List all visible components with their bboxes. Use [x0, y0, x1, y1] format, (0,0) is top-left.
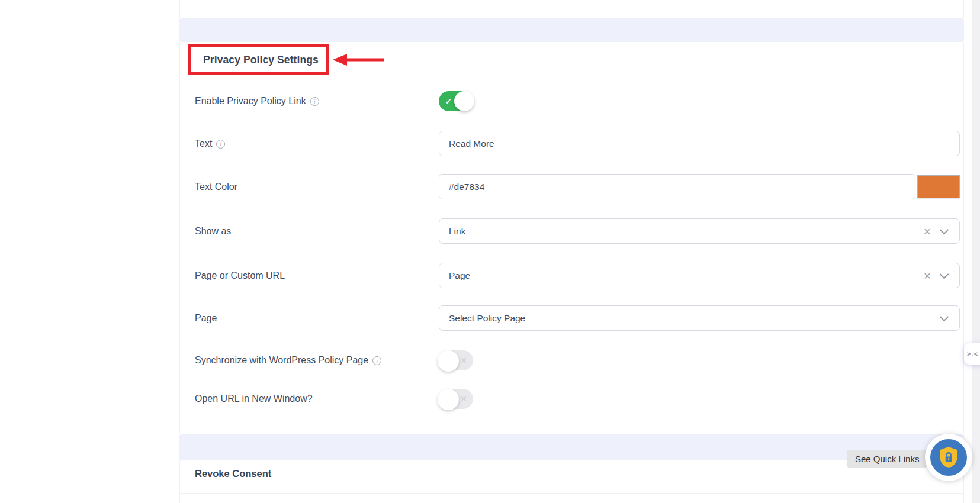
- section-gap: [179, 19, 964, 41]
- cross-icon: ✕: [460, 356, 467, 365]
- clear-icon[interactable]: ×: [924, 269, 931, 281]
- selected-value: Select Policy Page: [449, 313, 525, 324]
- settings-content: Privacy Policy Settings Enable Privacy P…: [179, 0, 964, 503]
- field-label: Show as: [195, 226, 231, 237]
- toggle-knob[interactable]: [438, 350, 459, 372]
- color-swatch[interactable]: [917, 175, 960, 198]
- chevron-down-icon[interactable]: [940, 225, 949, 234]
- field-label-group: Page: [195, 313, 439, 324]
- privacy-link-text-input[interactable]: Read More: [439, 131, 960, 156]
- field-label-group: Show as: [195, 226, 439, 237]
- toggle-knob[interactable]: [454, 91, 474, 111]
- chevron-down-icon[interactable]: [940, 269, 949, 279]
- field-label-group: Texti: [195, 138, 439, 149]
- quick-links-shield-button[interactable]: [925, 434, 972, 481]
- settings-row-open-url-new-window: Open URL in New Window?✕: [195, 386, 960, 411]
- divider: [180, 493, 963, 494]
- selected-value: Link: [449, 226, 465, 237]
- extension-face-icon: >.<: [967, 350, 978, 357]
- annotation-highlight-box: Privacy Policy Settings: [188, 44, 329, 75]
- field-label: Enable Privacy Policy Link: [195, 96, 306, 107]
- info-icon[interactable]: i: [310, 97, 319, 106]
- toggle-knob[interactable]: [438, 389, 459, 410]
- cross-icon: ✕: [460, 395, 467, 403]
- scrollbar[interactable]: [972, 0, 980, 503]
- browser-extension-handle[interactable]: >.<: [964, 343, 980, 365]
- settings-row-privacy-link-text: TextiRead More: [195, 131, 960, 156]
- page-or-custom-url-select[interactable]: Page×: [439, 263, 960, 288]
- settings-row-show-as: Show asLink×: [195, 218, 960, 244]
- privacy-policy-settings-card: Privacy Policy Settings Enable Privacy P…: [179, 41, 964, 435]
- field-control: #de7834: [439, 174, 960, 199]
- section-title: Privacy Policy Settings: [203, 54, 319, 66]
- sync-wordpress-policy-page-toggle[interactable]: ✕: [439, 350, 473, 370]
- field-label-group: Open URL in New Window?: [195, 394, 439, 404]
- field-label: Synchronize with WordPress Policy Page: [195, 355, 368, 366]
- field-label-group: Enable Privacy Policy Linki: [195, 96, 439, 107]
- settings-row-sync-wordpress-policy-page: Synchronize with WordPress Policy Pagei✕: [195, 347, 960, 373]
- field-label: Page or Custom URL: [195, 270, 285, 281]
- annotation-arrow-icon: [330, 52, 385, 67]
- field-control: Select Policy Page: [439, 305, 960, 331]
- field-control: Link×: [439, 218, 960, 244]
- field-control: ✕: [439, 347, 960, 373]
- divider: [180, 78, 963, 78]
- field-label-group: Page or Custom URL: [195, 270, 439, 281]
- settings-row-privacy-link-text-color: Text Color#de7834: [195, 174, 960, 199]
- field-label: Open URL in New Window?: [195, 394, 313, 404]
- selected-value: Page: [449, 270, 470, 281]
- field-control: ✕: [439, 386, 960, 411]
- info-icon[interactable]: i: [372, 356, 381, 365]
- enable-privacy-policy-link-toggle[interactable]: ✓: [439, 91, 473, 111]
- field-control: Read More: [439, 131, 960, 156]
- see-quick-links-button[interactable]: See Quick Links: [847, 450, 927, 468]
- policy-page-select[interactable]: Select Policy Page: [439, 305, 960, 331]
- shield-button-circle: [930, 439, 967, 476]
- field-control: ✓: [439, 88, 960, 114]
- show-as-select[interactable]: Link×: [439, 218, 960, 244]
- info-icon[interactable]: i: [216, 140, 225, 149]
- chevron-down-icon[interactable]: [940, 312, 949, 321]
- field-label-group: Text Color: [195, 182, 439, 192]
- section-title: Revoke Consent: [195, 468, 271, 479]
- settings-row-policy-page: PageSelect Policy Page: [195, 305, 960, 331]
- check-icon: ✓: [445, 97, 452, 105]
- privacy-link-text-color-group: #de7834: [439, 174, 960, 199]
- page: Privacy Policy Settings Enable Privacy P…: [0, 0, 980, 503]
- clear-icon[interactable]: ×: [924, 224, 931, 237]
- field-label-group: Synchronize with WordPress Policy Pagei: [195, 355, 439, 366]
- previous-section-card: [179, 0, 964, 19]
- field-label: Text Color: [195, 182, 237, 192]
- settings-row-page-or-custom-url: Page or Custom URLPage×: [195, 263, 960, 288]
- open-url-new-window-toggle[interactable]: ✕: [439, 389, 473, 409]
- settings-row-enable-privacy-policy-link: Enable Privacy Policy Linki✓: [195, 88, 960, 114]
- field-control: Page×: [439, 263, 960, 288]
- field-label: Text: [195, 138, 212, 149]
- privacy-link-text-color-input[interactable]: #de7834: [439, 174, 915, 199]
- field-label: Page: [195, 313, 217, 324]
- shield-lock-icon: [939, 446, 959, 469]
